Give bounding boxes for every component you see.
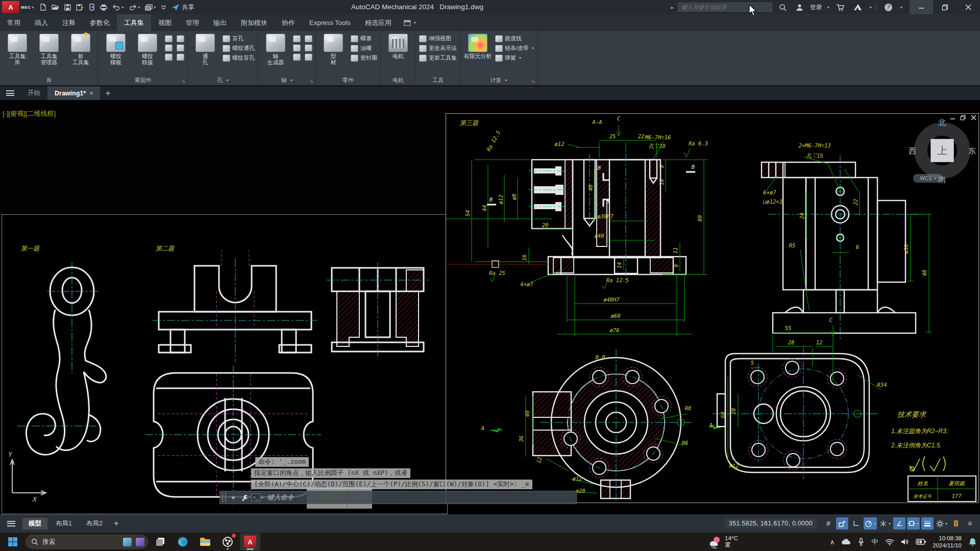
wifi-icon[interactable] — [885, 539, 894, 545]
pin-icon[interactable] — [177, 44, 184, 52]
ribbon-row-button-7-0[interactable]: 挠度线 — [495, 35, 534, 42]
plot-transfer-icon[interactable] — [89, 4, 95, 11]
ribbon-tab-0[interactable]: 常用 — [0, 14, 28, 31]
wrench-icon[interactable] — [241, 494, 249, 502]
panel-expand-icon[interactable]: ↘ — [531, 79, 535, 84]
ribbon-row-button-6-2[interactable]: 更新工具集 — [419, 54, 457, 62]
user-icon[interactable] — [796, 4, 803, 11]
ribbon-button-1-0[interactable]: 螺纹 模板 — [102, 34, 130, 65]
speaker-icon[interactable] — [901, 538, 909, 545]
ribbon-row-button-4-2[interactable]: 密封圈 — [351, 54, 377, 62]
panel-label[interactable]: 库 — [0, 75, 98, 85]
ribbon-row-button-7-1[interactable]: 链条/皮带▾ — [495, 44, 534, 52]
tab-layout1[interactable]: 布局1 — [50, 518, 78, 530]
ribbon-tab-3[interactable]: 参数化 — [83, 14, 117, 31]
open-folder-icon[interactable] — [52, 4, 59, 11]
restore-button[interactable] — [933, 0, 957, 14]
ortho-icon[interactable] — [850, 517, 862, 530]
stack-icon[interactable] — [293, 54, 301, 61]
bolt-icon[interactable] — [165, 35, 173, 42]
ribbon-tab-2[interactable]: 注释 — [55, 14, 83, 31]
panel-label[interactable]: 工具 — [416, 75, 460, 85]
ribbon-row-button-2-1[interactable]: 螺纹通孔 — [223, 44, 255, 52]
close-button[interactable] — [957, 0, 980, 14]
panel-label[interactable]: 轴▾↘ — [258, 75, 315, 85]
bracket-icon[interactable] — [293, 44, 301, 52]
panel-label[interactable]: 计算▾↘ — [460, 75, 537, 85]
help-caret-icon[interactable]: ▾ — [900, 5, 902, 10]
notification-bell-icon[interactable] — [968, 537, 977, 546]
save-icon[interactable] — [64, 4, 71, 11]
child-minimize-icon[interactable] — [950, 115, 955, 120]
panel-expand-icon[interactable]: ↘ — [309, 79, 313, 84]
customization-gear-icon[interactable]: ▾ — [935, 517, 948, 530]
ribbon-button-3-0[interactable]: 轴 生成器 — [261, 34, 290, 65]
panel-label[interactable]: 孔▾ — [188, 75, 258, 85]
ring-icon[interactable] — [177, 35, 184, 42]
command-prompt-icon[interactable]: >_ — [251, 493, 260, 502]
new-file-icon[interactable] — [40, 4, 46, 11]
ribbon-button-0-2[interactable]: 新 工具集 — [66, 34, 95, 65]
tab-drawing1[interactable]: Drawing1*× — [47, 86, 100, 100]
app-logo-icon[interactable]: A — [2, 1, 19, 13]
file-explorer-button[interactable] — [195, 533, 215, 550]
status-menu-icon[interactable]: ≡ — [964, 517, 976, 530]
omega-icon[interactable] — [305, 44, 312, 52]
ime-indicator[interactable]: 中 — [871, 537, 878, 547]
command-input-bar[interactable]: × >_ ▾ 键入命令 — [219, 491, 577, 504]
redo-icon[interactable]: ▾ — [129, 4, 140, 10]
right-drawing-window[interactable]: 北 南 西 东 上 WCS▾ — [446, 113, 979, 503]
annotation-monitor-icon[interactable] — [950, 517, 962, 530]
tab-start[interactable]: 开始 — [20, 86, 47, 100]
help-icon[interactable]: ? — [884, 3, 893, 12]
polar-tracking-icon[interactable]: ▾ — [864, 517, 877, 530]
battery-icon[interactable] — [916, 539, 926, 545]
search-highlight-icon-2[interactable] — [136, 538, 144, 546]
ribbon-button-0-0[interactable]: 工具集 库 — [3, 34, 32, 65]
obs-button[interactable] — [217, 533, 238, 550]
wave-icon[interactable] — [165, 54, 173, 61]
isometric-drafting-icon[interactable]: ▾ — [878, 517, 892, 530]
command-caret-icon[interactable]: ▾ — [261, 495, 263, 500]
bars-icon[interactable] — [293, 35, 301, 42]
object-snap-tracking-icon[interactable]: ∠ — [893, 517, 905, 530]
microphone-icon[interactable] — [858, 538, 864, 546]
onedrive-icon[interactable] — [841, 538, 851, 545]
grid-icon[interactable] — [305, 35, 312, 42]
new-drawing-tab-button[interactable]: + — [100, 86, 115, 100]
ribbon-tab-1[interactable]: 插入 — [28, 14, 55, 31]
search-highlight-icon-1[interactable] — [123, 538, 132, 546]
tab-layout2[interactable]: 布局2 — [80, 518, 109, 530]
share-label[interactable]: 共享 — [182, 3, 194, 12]
lineweight-icon[interactable] — [921, 517, 934, 530]
start-button-icon[interactable] — [7, 536, 18, 547]
ribbon-tab-7[interactable]: 输出 — [206, 14, 234, 31]
status-menu-icon[interactable] — [7, 521, 15, 527]
ribbon-tab-4[interactable]: 工具集 — [117, 14, 151, 31]
new-layout-button[interactable]: + — [114, 519, 118, 528]
ribbon-tab-6[interactable]: 管理 — [179, 14, 206, 31]
share-icon[interactable] — [172, 4, 180, 11]
drawing-canvas[interactable]: [-][俯视][二维线框] — [0, 100, 980, 514]
ribbon-tab-9[interactable]: 协作 — [275, 14, 302, 31]
panel-label[interactable]: 零件 — [316, 75, 380, 85]
ribbon-row-button-7-2[interactable]: 弹簧▾ — [495, 54, 534, 62]
tray-expand-icon[interactable]: ∧ — [830, 538, 835, 546]
tab-close-icon[interactable]: × — [89, 90, 93, 97]
ribbon-button-0-1[interactable]: 工具集 管理器 — [35, 34, 63, 65]
tab-model[interactable]: 模型 — [22, 518, 47, 530]
viewport-controls[interactable]: [-][俯视][二维线框] — [3, 109, 56, 118]
autodesk-logo-icon[interactable] — [853, 4, 862, 11]
ribbon-button-4-0[interactable]: 型 材 — [319, 34, 348, 65]
ribbon-tab-8[interactable]: 附加模块 — [234, 14, 275, 31]
child-close-icon[interactable] — [971, 115, 976, 120]
ribbon-button-2-0[interactable]: 通 孔 — [191, 34, 219, 65]
panel-label[interactable]: 电机 — [381, 75, 415, 85]
print-icon[interactable] — [100, 4, 107, 11]
ribbon-button-5-0[interactable]: 电机 — [384, 34, 412, 59]
nut-icon[interactable] — [165, 44, 173, 52]
object-snap-icon[interactable]: ▾ — [907, 517, 920, 530]
search-icon[interactable] — [779, 4, 787, 11]
command-grip-handle[interactable] — [222, 493, 226, 502]
save-as-icon[interactable] — [76, 4, 84, 11]
